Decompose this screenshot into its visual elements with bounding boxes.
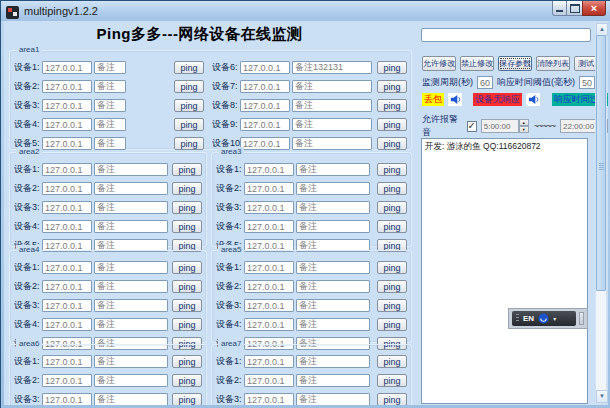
remark-input[interactable] <box>94 80 126 93</box>
remark-input[interactable] <box>292 137 372 150</box>
ping-button[interactable]: ping <box>172 355 202 368</box>
window-scrollbar[interactable]: ▲ ▼ <box>595 22 607 404</box>
alarm-end-input[interactable] <box>560 119 598 133</box>
ip-input[interactable] <box>42 393 92 405</box>
spin-down-icon[interactable]: ▼ <box>519 126 529 133</box>
ip-input[interactable] <box>244 393 294 405</box>
scrollbar-thumb[interactable] <box>596 35 606 291</box>
save-params-button[interactable]: 保存参数 <box>498 56 532 71</box>
remark-input[interactable] <box>296 280 370 293</box>
ip-input[interactable] <box>42 137 92 150</box>
ip-input[interactable] <box>42 318 92 331</box>
clear-list-button[interactable]: 清除列表 <box>536 56 570 71</box>
spin-up-icon[interactable]: ▲ <box>519 119 529 126</box>
ip-input[interactable] <box>42 80 92 93</box>
language-bar-menu-button[interactable] <box>579 312 584 325</box>
remark-input[interactable] <box>292 99 372 112</box>
ip-input[interactable] <box>42 220 92 233</box>
ip-input[interactable] <box>244 201 294 214</box>
monitor-period-input[interactable] <box>477 76 493 89</box>
remark-input[interactable] <box>296 220 370 233</box>
ping-button[interactable]: ping <box>377 220 407 233</box>
remark-input[interactable] <box>296 355 370 368</box>
status-field[interactable] <box>421 28 591 42</box>
minimize-button[interactable] <box>552 1 567 16</box>
options-arrow-icon[interactable]: ▾ <box>553 315 556 322</box>
ip-input[interactable] <box>42 299 92 312</box>
remark-input[interactable] <box>296 318 370 331</box>
ping-button[interactable]: ping <box>172 201 202 214</box>
ping-button[interactable]: ping <box>377 182 407 195</box>
ping-button[interactable]: ping <box>377 261 407 274</box>
alarm-start-input[interactable] <box>481 119 519 133</box>
titlebar[interactable]: multipingv1.2.2 × <box>1 1 610 21</box>
remark-input[interactable] <box>94 118 126 131</box>
remark-input[interactable] <box>94 163 168 176</box>
ip-input[interactable] <box>240 118 290 131</box>
ping-button[interactable]: ping <box>377 118 407 131</box>
ping-button[interactable]: ping <box>377 280 407 293</box>
remark-input[interactable] <box>292 118 372 131</box>
ping-button[interactable]: ping <box>174 61 204 74</box>
close-button[interactable]: × <box>582 1 606 16</box>
ping-button[interactable]: ping <box>172 318 202 331</box>
ip-input[interactable] <box>42 261 92 274</box>
ip-input[interactable] <box>42 163 92 176</box>
remark-input[interactable] <box>94 182 168 195</box>
log-area[interactable]: 开发: 游泳的鱼 QQ:116620872 <box>421 138 588 404</box>
ping-button[interactable]: ping <box>172 374 202 387</box>
remark-input[interactable] <box>296 163 370 176</box>
ip-input[interactable] <box>240 61 290 74</box>
remark-input[interactable] <box>296 393 370 405</box>
ping-button[interactable]: ping <box>174 118 204 131</box>
remark-input[interactable] <box>296 299 370 312</box>
ping-button[interactable]: ping <box>377 163 407 176</box>
remark-input[interactable] <box>296 182 370 195</box>
remark-input[interactable] <box>94 393 168 405</box>
drag-handle-icon[interactable] <box>516 314 519 323</box>
ip-input[interactable] <box>244 182 294 195</box>
ip-input[interactable] <box>244 261 294 274</box>
remark-input[interactable] <box>296 261 370 274</box>
ping-button[interactable]: ping <box>174 137 204 150</box>
ping-button[interactable]: ping <box>377 137 407 150</box>
ip-input[interactable] <box>244 299 294 312</box>
ip-input[interactable] <box>244 220 294 233</box>
ping-button[interactable]: ping <box>377 318 407 331</box>
ip-input[interactable] <box>240 137 290 150</box>
remark-input[interactable] <box>292 80 372 93</box>
ip-input[interactable] <box>244 280 294 293</box>
remark-input[interactable] <box>94 318 168 331</box>
ping-button[interactable]: ping <box>377 61 407 74</box>
ip-input[interactable] <box>42 61 92 74</box>
remark-input[interactable] <box>94 374 168 387</box>
ping-button[interactable]: ping <box>172 280 202 293</box>
ip-input[interactable] <box>244 374 294 387</box>
ping-button[interactable]: ping <box>377 299 407 312</box>
remark-input[interactable] <box>94 201 168 214</box>
ping-button[interactable]: ping <box>377 355 407 368</box>
remark-input[interactable] <box>94 220 168 233</box>
ip-input[interactable] <box>42 118 92 131</box>
remark-input[interactable] <box>292 61 372 74</box>
ping-button[interactable]: ping <box>172 299 202 312</box>
allow-modify-button[interactable]: 允许修改 <box>422 56 456 71</box>
ip-input[interactable] <box>42 201 92 214</box>
remark-input[interactable] <box>94 261 168 274</box>
ime-icon[interactable] <box>538 313 549 324</box>
ping-button[interactable]: ping <box>377 201 407 214</box>
ip-input[interactable] <box>244 355 294 368</box>
remark-input[interactable] <box>296 374 370 387</box>
ip-input[interactable] <box>42 182 92 195</box>
no-response-speaker-icon[interactable] <box>526 93 540 106</box>
ping-button[interactable]: ping <box>174 99 204 112</box>
ip-input[interactable] <box>244 318 294 331</box>
response-threshold-input[interactable] <box>579 76 595 89</box>
ip-input[interactable] <box>240 80 290 93</box>
ping-button[interactable]: ping <box>377 99 407 112</box>
language-indicator[interactable]: EN <box>523 314 534 323</box>
ip-input[interactable] <box>244 163 294 176</box>
ip-input[interactable] <box>42 99 92 112</box>
scroll-down-icon[interactable]: ▼ <box>596 390 608 403</box>
remark-input[interactable] <box>296 201 370 214</box>
